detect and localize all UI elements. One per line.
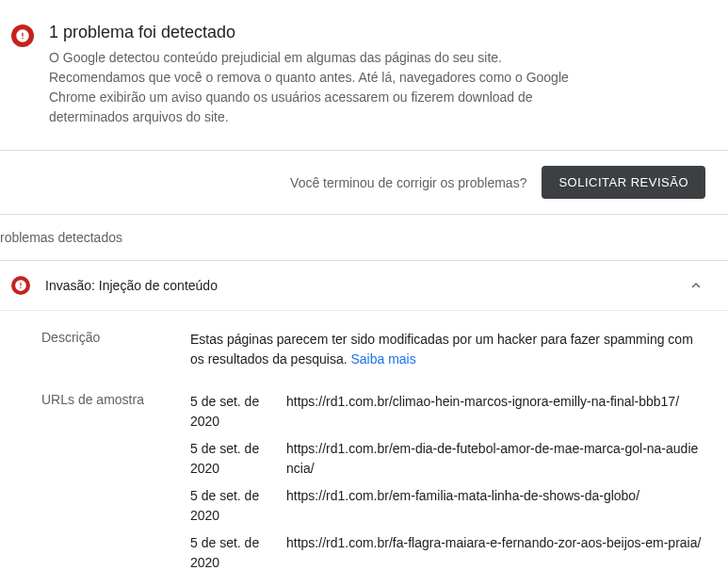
url-date: 5 de set. de 2020 xyxy=(190,392,275,432)
issue-panel-title: Invasão: Injeção de conteúdo xyxy=(45,278,671,293)
url-link: https://rd1.com.br/em-dia-de-futebol-amo… xyxy=(286,439,705,479)
url-link: https://rd1.com.br/em-familia-mata-linha… xyxy=(286,486,705,526)
url-link: https://rd1.com.br/climao-hein-marcos-ig… xyxy=(286,392,705,432)
error-icon xyxy=(11,24,34,47)
alert-body: 1 problema foi detectado O Google detect… xyxy=(49,23,705,127)
description-label: Descrição xyxy=(41,330,190,369)
description-row: Descrição Estas páginas parecem ter sido… xyxy=(41,330,705,369)
issue-panel: Invasão: Injeção de conteúdo Descrição E… xyxy=(0,260,728,570)
url-date: 5 de set. de 2020 xyxy=(190,439,275,479)
alert-title: 1 problema foi detectado xyxy=(49,23,705,42)
url-row: 5 de set. de 2020https://rd1.com.br/clim… xyxy=(190,392,705,432)
urls-list: 5 de set. de 2020https://rd1.com.br/clim… xyxy=(190,392,705,570)
alert-description: O Google detectou conteúdo prejudicial e… xyxy=(49,48,576,127)
url-link: https://rd1.com.br/fa-flagra-maiara-e-fe… xyxy=(286,533,705,570)
issue-panel-header[interactable]: Invasão: Injeção de conteúdo xyxy=(0,261,728,310)
learn-more-link[interactable]: Saiba mais xyxy=(350,351,415,366)
url-row: 5 de set. de 2020https://rd1.com.br/fa-f… xyxy=(190,533,705,570)
description-value: Estas páginas parecem ter sido modificad… xyxy=(190,330,705,369)
url-row: 5 de set. de 2020https://rd1.com.br/em-d… xyxy=(190,439,705,479)
request-review-button[interactable]: SOLICITAR REVISÃO xyxy=(542,166,705,199)
urls-row: URLs de amostra 5 de set. de 2020https:/… xyxy=(41,392,705,570)
url-date: 5 de set. de 2020 xyxy=(190,486,275,526)
action-bar: Você terminou de corrigir os problemas? … xyxy=(0,151,728,215)
url-row: 5 de set. de 2020https://rd1.com.br/em-f… xyxy=(190,486,705,526)
issue-panel-body: Descrição Estas páginas parecem ter sido… xyxy=(0,310,728,570)
description-text: Estas páginas parecem ter sido modificad… xyxy=(190,332,693,366)
alert-card: 1 problema foi detectado O Google detect… xyxy=(0,0,728,151)
section-header: roblemas detectados xyxy=(0,215,728,260)
url-date: 5 de set. de 2020 xyxy=(190,533,275,570)
action-prompt: Você terminou de corrigir os problemas? xyxy=(290,175,526,190)
error-icon xyxy=(11,276,30,295)
chevron-up-icon xyxy=(687,276,705,295)
urls-label: URLs de amostra xyxy=(41,392,190,570)
